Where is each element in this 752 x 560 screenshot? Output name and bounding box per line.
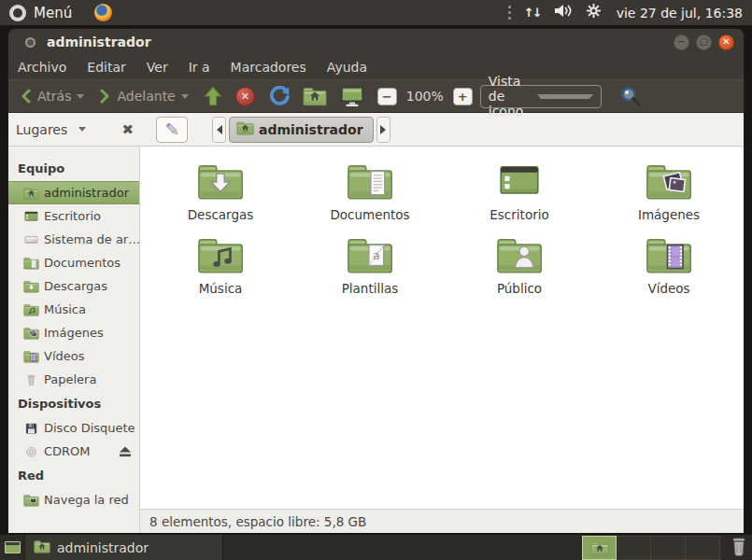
sidebar-item-papelera[interactable]: Papelera — [8, 368, 139, 391]
breadcrumb-home-button[interactable]: administrador — [229, 117, 374, 143]
zoom-in-button[interactable]: + — [453, 88, 473, 105]
folder-videos-icon — [646, 235, 692, 278]
close-button[interactable]: ✕ — [718, 35, 734, 50]
files-view[interactable]: DescargasDocumentosEscritorioImágenesMús… — [140, 147, 744, 509]
file-publico[interactable]: Público — [445, 231, 594, 305]
zoom-out-button[interactable]: − — [377, 88, 397, 105]
clock[interactable]: vie 27 de jul, 16:38 — [615, 6, 743, 21]
workspace-3[interactable] — [651, 536, 686, 560]
folder-network-icon — [23, 494, 39, 507]
mint-menu-button[interactable]: Menú — [0, 0, 81, 25]
workspace-4[interactable] — [686, 536, 720, 560]
folder-images-icon — [23, 327, 39, 340]
pencil-icon — [164, 121, 180, 137]
forward-button[interactable]: Adelante — [99, 89, 188, 104]
file-imagenes[interactable]: Imágenes — [594, 158, 744, 231]
folder-home-icon — [23, 187, 39, 200]
mini-window-icon — [590, 540, 609, 556]
sidebar-item-navega-la-red[interactable]: Navega la red — [8, 488, 139, 511]
edit-location-button[interactable] — [156, 117, 188, 143]
back-button[interactable]: Atrás — [20, 89, 84, 104]
eject-button[interactable] — [119, 446, 132, 457]
folder-templates-icon: a — [347, 235, 393, 278]
workspace-2[interactable] — [617, 536, 651, 560]
arrow-up-icon — [204, 86, 222, 106]
sidebar-item-imagenes[interactable]: Imágenes — [8, 321, 139, 344]
file-escritorio[interactable]: Escritorio — [445, 158, 594, 231]
sidebar-item-disco-disquete[interactable]: Disco Disquete — [8, 416, 139, 440]
home-folder-icon — [34, 539, 50, 556]
menu-ir-a[interactable]: Ir a — [189, 60, 210, 75]
menu-ayuda[interactable]: Ayuda — [327, 60, 367, 75]
menu-editar[interactable]: Editar — [87, 60, 125, 75]
sidebar-item-label: Descargas — [44, 279, 107, 293]
places-label: Lugares — [16, 122, 67, 137]
workspace-1[interactable] — [582, 536, 617, 560]
network-traffic-icon[interactable]: ↑↓ — [524, 6, 541, 20]
folder-images-icon — [646, 161, 692, 204]
menu-label: Menú — [34, 5, 72, 21]
back-label: Atrás — [37, 89, 71, 104]
maximize-button[interactable]: ▢ — [696, 35, 712, 50]
up-button[interactable] — [204, 86, 222, 106]
session-settings-icon[interactable] — [586, 3, 602, 22]
file-label: Música — [199, 281, 243, 296]
sidebar-header-red: Red — [8, 463, 139, 488]
sidebar-item-label: CDROM — [44, 444, 91, 458]
trash-applet-icon[interactable] — [731, 538, 746, 560]
file-plantillas[interactable]: aPlantillas — [295, 231, 445, 305]
minimize-button[interactable]: − — [674, 35, 689, 50]
sidebar-item-escritorio[interactable]: Escritorio — [8, 204, 139, 228]
sidebar-item-label: administrador — [44, 186, 129, 200]
sidebar-item-videos[interactable]: Vídeos — [8, 344, 139, 368]
volume-icon[interactable] — [554, 4, 573, 21]
search-button[interactable] — [620, 86, 642, 107]
back-history-caret-icon[interactable] — [77, 94, 84, 99]
sidebar-item-musica[interactable]: Música — [8, 298, 139, 321]
floppy-icon — [23, 422, 39, 435]
breadcrumb-scroll-left-button[interactable] — [212, 117, 226, 143]
view-mode-select[interactable]: Vista de icono — [480, 85, 602, 108]
drive-icon — [23, 233, 39, 246]
zoom-level: 100% — [406, 89, 444, 104]
toolbar: Atrás Adelante ✕ − 100% + Vista de icono — [8, 79, 744, 113]
file-descargas[interactable]: Descargas — [146, 158, 295, 231]
sidebar-item-sistema-de-ar[interactable]: Sistema de ar… — [8, 228, 139, 251]
file-documentos[interactable]: Documentos — [295, 158, 445, 231]
file-videos[interactable]: Vídeos — [594, 231, 744, 305]
workspace-switcher — [582, 536, 720, 560]
sidebar-mode-select[interactable]: Lugares ✖ — [8, 113, 143, 146]
folder-documents-icon — [23, 257, 39, 270]
sidebar-item-label: Documentos — [44, 256, 121, 270]
computer-button[interactable] — [340, 86, 364, 107]
reload-button[interactable] — [268, 86, 290, 107]
forward-history-caret-icon[interactable] — [181, 94, 189, 99]
home-button[interactable] — [303, 86, 327, 106]
desktop-icon — [496, 161, 543, 204]
show-desktop-button[interactable] — [0, 535, 25, 560]
desktop-icon — [23, 210, 39, 223]
titlebar[interactable]: administrador − ▢ ✕ — [8, 29, 744, 55]
desktop-top-panel: Menú ↑↓ vie 27 de jul, 16:38 — [0, 0, 752, 25]
file-label: Documentos — [330, 207, 409, 222]
breadcrumb-scroll-right-button[interactable] — [376, 117, 390, 143]
notification-overflow-icon[interactable] — [508, 6, 511, 20]
menu-archivo[interactable]: Archivo — [18, 60, 66, 75]
home-folder-icon — [236, 120, 254, 138]
stop-button[interactable]: ✕ — [235, 87, 255, 106]
sidebar-item-cdrom[interactable]: CDROM — [8, 440, 139, 463]
folder-videos-icon — [23, 350, 39, 363]
sidebar-item-descargas[interactable]: Descargas — [8, 274, 139, 298]
sidebar-item-administrador[interactable]: administrador — [8, 181, 139, 204]
sidebar-close-icon[interactable]: ✖ — [121, 121, 134, 138]
triangle-right-icon — [380, 125, 386, 134]
sidebar-item-documentos[interactable]: Documentos — [8, 251, 139, 274]
taskbar-window-button[interactable]: administrador — [25, 535, 223, 560]
sidebar-item-label: Escritorio — [44, 209, 101, 223]
file-musica[interactable]: Música — [146, 231, 295, 305]
menu-ver[interactable]: Ver — [147, 60, 168, 75]
folder-documents-icon — [347, 161, 393, 204]
menu-marcadores[interactable]: Marcadores — [231, 60, 306, 75]
sidebar-item-label: Imágenes — [44, 326, 104, 340]
firefox-launcher-icon[interactable] — [94, 4, 112, 21]
